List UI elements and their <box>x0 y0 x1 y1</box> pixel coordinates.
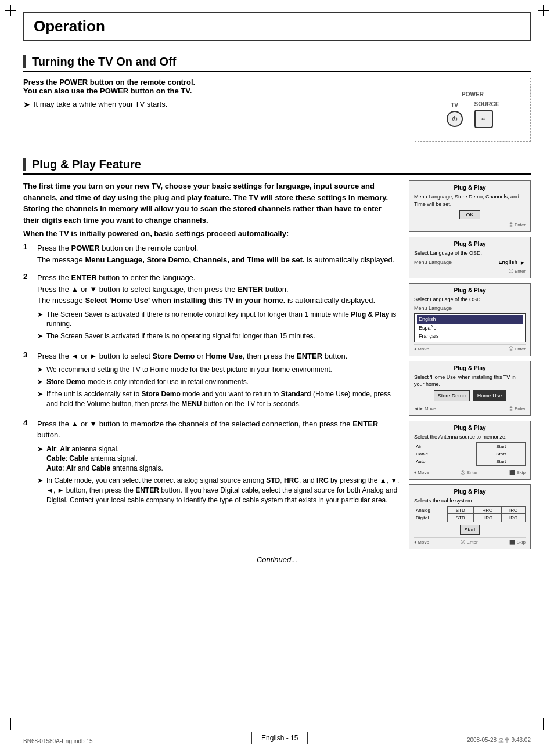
screen-3-row: Menu Language <box>414 305 526 312</box>
screen-1-enter: ⓪ Enter <box>414 222 526 228</box>
auto-start[interactable]: Start <box>477 458 526 465</box>
screen-5-footer: ♦ Move ⓪ Enter ⬛ Skip <box>414 468 526 476</box>
note-arrow-1: ➤ <box>37 310 43 330</box>
step-3-note-1: ➤ We recommend setting the TV to Home mo… <box>37 365 400 375</box>
enter-label-5: ⓪ Enter <box>461 469 477 476</box>
dropdown-english[interactable]: English <box>417 315 523 324</box>
screen-2-body: Select Language of the OSD. Menu Languag… <box>414 249 526 267</box>
enter-label-6: ⓪ Enter <box>461 539 477 545</box>
store-demo-btn[interactable]: Store Demo <box>434 390 470 401</box>
note-arrow-5: ➤ <box>37 389 43 409</box>
screen-3: Plug & Play Select Language of the OSD. … <box>409 283 531 356</box>
step-1: 1 Press the POWER button on the remote c… <box>23 243 400 265</box>
tv-image-inner: POWER TV ⏻ SOURCE ↩ <box>447 91 499 128</box>
move-label-5: ♦ Move <box>414 470 429 475</box>
home-use-btn[interactable]: Home Use <box>473 390 506 401</box>
note-arrow-6: ➤ <box>37 444 43 473</box>
arrow-icon: ➤ <box>23 100 30 109</box>
digital-label: Digital <box>414 514 447 522</box>
section1-header: Turning the TV On and Off <box>23 55 531 72</box>
step-4-note-2: ➤ In Cable mode, you can select the corr… <box>37 476 400 505</box>
step-4-number: 4 <box>23 418 33 427</box>
screen-1-body: Menu Language, Store Demo, Channels, and… <box>414 193 526 208</box>
ok-button[interactable]: OK <box>459 210 480 219</box>
screen-3-body: Select Language of the OSD. Menu Languag… <box>414 296 526 342</box>
crop-mark-br-v <box>543 718 544 730</box>
enter-label-4: ⓪ Enter <box>509 406 526 412</box>
antenna-row-cable: Cable Start <box>414 450 526 458</box>
step-2-notes: ➤ The Screen Saver is activated if there… <box>37 310 400 341</box>
turning-layout: Press the POWER button on the remote con… <box>23 78 531 142</box>
antenna-row-air: Air Start <box>414 443 526 450</box>
digital-hrc[interactable]: HRC <box>473 514 501 522</box>
intro2-text: When the TV is initially powered on, bas… <box>23 229 400 238</box>
plug-text: The first time you turn on your new TV, … <box>23 180 400 549</box>
screen-2-row: Menu Language English ► <box>414 259 526 267</box>
turning-bold1: Press the POWER button on the remote con… <box>23 78 403 95</box>
screen-4-body: Select 'Home Use' when installing this T… <box>414 374 526 401</box>
screen-4-footer: ◄► Move ⓪ Enter <box>414 404 526 412</box>
page-wrapper: Operation Turning the TV On and Off Pres… <box>0 0 554 615</box>
menu-lang-label: Menu Language <box>414 259 452 266</box>
screen-3-title: Plug & Play <box>414 287 526 294</box>
step-2-note-2: ➤ The Screen Saver is activated if there… <box>37 331 400 341</box>
auto-label: Auto <box>414 458 465 465</box>
step-2-content: Press the ENTER button to enter the lang… <box>37 272 400 343</box>
screen-4-title: Plug & Play <box>414 365 526 371</box>
crop-mark-tr-v <box>543 5 544 16</box>
step-3-note-3: ➤ If the unit is accidentally set to Sto… <box>37 389 400 409</box>
cable-row-digital: Digital STD HRC IRC <box>414 514 526 522</box>
dropdown-espanol[interactable]: Español <box>417 324 523 332</box>
analog-hrc[interactable]: HRC <box>473 507 501 514</box>
source-label: SOURCE <box>474 101 499 107</box>
screen-4-buttons: Store Demo Home Use <box>414 390 526 401</box>
digital-std[interactable]: STD <box>447 514 473 522</box>
skip-label-6: ⬛ Skip <box>509 540 526 545</box>
screen-2-enter: ⓪ Enter <box>414 268 526 274</box>
operation-header: Operation <box>23 12 531 41</box>
plug-layout: The first time you turn on your new TV, … <box>23 180 531 549</box>
section2-header: Plug & Play Feature <box>23 158 531 175</box>
note-arrow-7: ➤ <box>37 476 43 505</box>
footer-center: English - 15 <box>251 732 308 744</box>
step-3-note-2: ➤ Store Demo mode is only intended for u… <box>37 377 400 387</box>
language-dropdown[interactable]: English Español Français <box>414 313 526 342</box>
source-btn: ↩ <box>474 110 493 128</box>
lang-value-row: English ► <box>499 259 526 267</box>
move-label-4: ◄► Move <box>414 406 436 411</box>
screen-6-footer: ♦ Move ⓪ Enter ⬛ Skip <box>414 537 526 545</box>
screen-3-footer: ♦ Move ⓪ Enter <box>414 344 526 352</box>
page-footer: BN68-01580A-Eng.indb 15 English - 15 200… <box>0 732 554 744</box>
screen-5-body: Select the Antenna source to memorize. A… <box>414 433 526 466</box>
step-1-content: Press the POWER button on the remote con… <box>37 243 400 265</box>
digital-irc[interactable]: IRC <box>501 514 525 522</box>
screen-5: Plug & Play Select the Antenna source to… <box>409 421 531 480</box>
skip-label-5: ⬛ Skip <box>509 470 526 475</box>
enter-label-3: ⓪ Enter <box>509 346 526 352</box>
step-3-number: 3 <box>23 350 33 359</box>
power-label: POWER <box>447 91 499 97</box>
source-btn-group: SOURCE ↩ <box>474 101 499 128</box>
footer-right: 2008-05-28 오후 9:43:02 <box>467 736 531 744</box>
move-label-6: ♦ Move <box>414 540 429 545</box>
cable-label: Cable <box>414 450 465 458</box>
turning-text: Press the POWER button on the remote con… <box>23 78 403 109</box>
cable-start[interactable]: Start <box>477 450 526 458</box>
tv-button-area: TV ⏻ SOURCE ↩ <box>447 101 499 128</box>
crop-mark-br-h <box>538 724 549 724</box>
analog-label: Analog <box>414 507 447 514</box>
cable-row-analog: Analog STD HRC IRC <box>414 507 526 514</box>
note-arrow-2: ➤ <box>37 331 43 341</box>
analog-irc[interactable]: IRC <box>501 507 525 514</box>
lang-value: English <box>499 259 518 266</box>
steps-list: 1 Press the POWER button on the remote c… <box>23 243 400 507</box>
analog-std[interactable]: STD <box>447 507 473 514</box>
intro-text: The first time you turn on your new TV, … <box>23 180 400 226</box>
continued-text: Continued... <box>23 555 531 564</box>
air-label: Air <box>414 443 465 450</box>
section1-bar <box>23 55 26 68</box>
air-start[interactable]: Start <box>477 443 526 450</box>
dropdown-francais[interactable]: Français <box>417 332 523 341</box>
start-button[interactable]: Start <box>460 525 479 536</box>
tv-circle-btn: ⏻ <box>447 111 463 127</box>
